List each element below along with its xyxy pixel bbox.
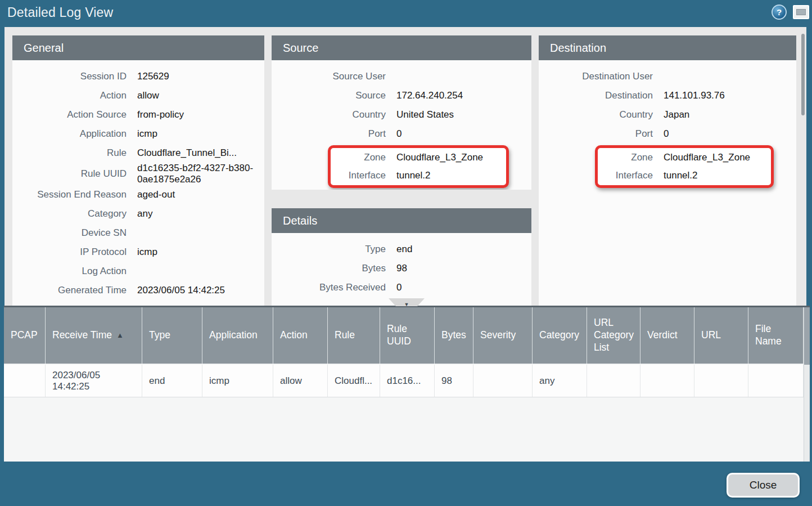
column-header-url[interactable]: URL xyxy=(694,307,748,364)
field-value: Cloudflare_Tunnel_Bi... xyxy=(137,147,237,159)
log-cell xyxy=(694,365,748,397)
field-label: Port xyxy=(272,128,386,140)
field-label: Action xyxy=(12,90,127,101)
details-field-row: Typeend xyxy=(272,240,531,259)
field-value: 172.64.240.254 xyxy=(396,90,463,101)
column-header-url-category-list[interactable]: URL Category List xyxy=(587,307,640,364)
field-value: aged-out xyxy=(137,189,175,200)
column-header-label: Rule xyxy=(335,329,355,342)
log-cell: icmp xyxy=(202,365,273,397)
general-field-row: IP Protocolicmp xyxy=(12,243,264,262)
column-header-label: URL xyxy=(701,329,721,342)
column-header-rule-uuid[interactable]: Rule UUID xyxy=(380,307,435,364)
column-header-bytes[interactable]: Bytes xyxy=(435,307,473,364)
log-cell: 98 xyxy=(435,365,473,397)
column-header-action[interactable]: Action xyxy=(273,307,328,364)
field-value: Japan xyxy=(664,109,689,120)
details-panel: Details TypeendBytes98Bytes Received0 xyxy=(272,208,531,306)
general-panel: General Session ID125629ActionallowActio… xyxy=(12,35,264,306)
field-value: tunnel.2 xyxy=(664,170,698,181)
help-icon[interactable]: ? xyxy=(772,5,787,20)
source-panel-body: Source UserSource172.64.240.254CountryUn… xyxy=(272,60,531,188)
general-field-row: Action Sourcefrom-policy xyxy=(12,105,264,124)
log-table-row[interactable]: 2023/06/05 14:42:25endicmpallowCloudfl..… xyxy=(4,365,804,397)
detail-scrollbar-thumb[interactable] xyxy=(801,34,805,115)
help-glyph: ? xyxy=(777,7,782,17)
field-value: tunnel.2 xyxy=(396,170,431,181)
column-header-label: Bytes xyxy=(441,329,466,342)
detail-region: General Session ID125629ActionallowActio… xyxy=(4,27,806,306)
field-value: allow xyxy=(137,90,159,101)
log-cell xyxy=(587,365,640,397)
destination-panel-body: Destination UserDestination141.101.93.76… xyxy=(539,60,796,188)
log-table-header: PCAPReceive Time▲TypeApplicationActionRu… xyxy=(4,307,804,365)
field-value: 125629 xyxy=(137,71,169,82)
field-value: 98 xyxy=(396,263,407,274)
log-cell: Cloudfl... xyxy=(328,365,380,397)
column-header-label: Rule UUID xyxy=(387,323,427,348)
field-value: 0 xyxy=(664,128,669,140)
close-button[interactable]: Close xyxy=(727,473,800,498)
details-field-row: Bytes Received0 xyxy=(272,278,531,297)
general-field-row: Actionallow xyxy=(12,86,264,105)
column-header-rule[interactable]: Rule xyxy=(328,307,380,364)
column-header-file-name[interactable]: File Name xyxy=(748,307,804,364)
field-label: Destination User xyxy=(539,71,653,82)
column-header-verdict[interactable]: Verdict xyxy=(640,307,694,364)
log-cell: 2023/06/05 14:42:25 xyxy=(46,365,142,397)
field-label: Application xyxy=(12,128,127,140)
log-table-body: 2023/06/05 14:42:25endicmpallowCloudfl..… xyxy=(4,365,810,397)
source-panel: Source Source UserSource172.64.240.254Co… xyxy=(272,35,531,190)
field-label: Category xyxy=(12,208,127,220)
general-field-row: Device SN xyxy=(12,223,264,243)
column-header-label: Receive Time xyxy=(52,329,112,342)
column-header-label: Verdict xyxy=(647,329,678,342)
general-panel-body: Session ID125629ActionallowAction Source… xyxy=(12,60,264,300)
column-header-category[interactable]: Category xyxy=(533,307,587,364)
column-header-label: Application xyxy=(209,329,258,342)
field-label: Zone xyxy=(598,152,653,163)
field-label: Source xyxy=(272,90,386,101)
column-header-pcap[interactable]: PCAP xyxy=(4,307,46,364)
sort-asc-icon: ▲ xyxy=(116,331,124,340)
destination-panel: Destination Destination UserDestination1… xyxy=(539,35,796,306)
destination-field-row: CountryJapan xyxy=(539,105,796,124)
source-field-row: Port0 xyxy=(272,124,531,144)
details-panel-title: Details xyxy=(272,208,531,233)
field-value: 0 xyxy=(396,128,402,140)
destination-field-row: Destination141.101.93.76 xyxy=(539,86,796,105)
field-label: Bytes xyxy=(272,263,386,274)
source-field-row: ZoneCloudflare_L3_Zone xyxy=(331,149,506,167)
field-label: Action Source xyxy=(12,109,127,120)
column-header-receive-time[interactable]: Receive Time▲ xyxy=(46,307,142,364)
log-cell: allow xyxy=(273,365,328,397)
column-header-label: File Name xyxy=(755,323,796,348)
field-value: 2023/06/05 14:42:25 xyxy=(137,285,225,296)
field-label: Country xyxy=(272,109,386,120)
field-label: Device SN xyxy=(12,227,127,239)
field-label: IP Protocol xyxy=(12,247,127,258)
field-label: Session End Reason xyxy=(12,189,127,200)
log-cell: d1c16... xyxy=(380,365,435,397)
column-header-label: Action xyxy=(280,329,308,342)
red-highlight-box: ZoneCloudflare_L3_ZoneInterfacetunnel.2 xyxy=(595,145,774,188)
field-value: United States xyxy=(396,109,454,120)
column-header-application[interactable]: Application xyxy=(202,307,273,364)
field-value: from-policy xyxy=(137,109,184,120)
column-header-type[interactable]: Type xyxy=(142,307,202,364)
destination-field-row: Destination User xyxy=(539,67,796,86)
general-field-row: Applicationicmp xyxy=(12,124,264,144)
log-cell: end xyxy=(142,365,202,397)
details-panel-body: TypeendBytes98Bytes Received0 xyxy=(272,233,531,297)
field-value: icmp xyxy=(137,247,157,258)
source-field-row: Source172.64.240.254 xyxy=(272,86,531,105)
general-field-row: Session ID125629 xyxy=(12,67,264,86)
column-header-severity[interactable]: Severity xyxy=(473,307,533,364)
details-field-row: Bytes98 xyxy=(272,259,531,278)
field-label: Interface xyxy=(598,170,653,181)
general-panel-title: General xyxy=(12,35,264,60)
table-scrollbar-track[interactable] xyxy=(804,307,810,462)
general-field-row: Log Action xyxy=(12,262,264,281)
window-restore-icon[interactable] xyxy=(793,5,809,19)
column-header-label: URL Category List xyxy=(594,317,634,354)
